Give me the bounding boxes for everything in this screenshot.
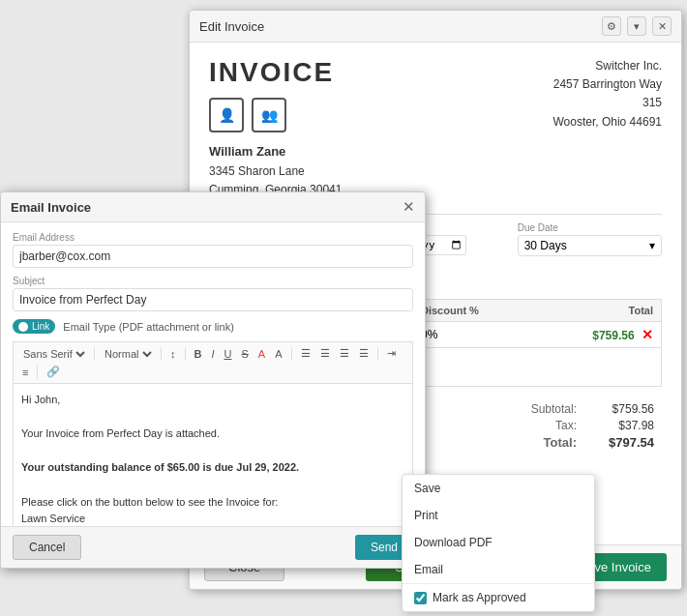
highlight-button[interactable]: A	[272, 347, 284, 361]
bold-button[interactable]: B	[192, 347, 205, 361]
toolbar-sep5	[377, 347, 378, 361]
subtotal-label: Subtotal:	[531, 402, 577, 416]
dropdown-icon[interactable]: ▾	[627, 16, 646, 36]
company-city: Wooster, Ohio 44691	[553, 113, 662, 132]
mark-approved-checkbox[interactable]	[414, 592, 427, 604]
invoice-icon-row: 👤 👥	[209, 98, 342, 132]
toolbar-sep1	[94, 347, 95, 361]
align-left-button[interactable]: ☰	[298, 346, 314, 361]
email-type-row: Link Email Type (PDF attachment or link)	[13, 319, 413, 334]
action-dropdown-menu: Save Print Download PDF Email Mark as Ap…	[402, 474, 595, 612]
company-address1: 2457 Barrington Way	[553, 75, 662, 94]
people-icon[interactable]: 👥	[252, 98, 286, 132]
subtotal-row: Subtotal: $759.56	[531, 402, 654, 416]
invoice-header: INVOICE 👤 👥 William Zane 3345 Sharon Lan…	[209, 57, 662, 199]
font-size-select[interactable]: Normal	[101, 347, 155, 361]
row-disc: 0%	[421, 328, 498, 341]
total-label: Total:	[544, 435, 577, 450]
edit-invoice-title: Edit Invoice	[199, 19, 264, 34]
indent-button[interactable]: ⇥	[384, 346, 399, 361]
list-button[interactable]: ≡	[19, 366, 31, 379]
due-date-select[interactable]: 30 Days ▾	[518, 235, 662, 256]
settings-icon[interactable]: ⚙	[602, 16, 621, 36]
tax-row: Tax: $37.98	[531, 419, 654, 432]
subject-label: Subject	[13, 276, 413, 286]
company-address2: 315	[553, 94, 662, 112]
email-titlebar: Email Invoice ✕	[1, 192, 425, 222]
header-discount: Discount %	[421, 305, 498, 316]
dropdown-mark-approved[interactable]: Mark as Approved	[403, 584, 594, 611]
delete-row-button[interactable]: ✕	[642, 327, 653, 342]
close-window-button[interactable]: ✕	[652, 16, 672, 36]
toggle-dot	[18, 322, 28, 332]
subtotal-value: $759.56	[596, 402, 654, 416]
row-total: $759.56 ✕	[498, 327, 653, 342]
link-button[interactable]: 🔗	[44, 365, 63, 379]
due-date-field: Due Date 30 Days ▾	[518, 222, 662, 256]
dropdown-email[interactable]: Email	[403, 556, 594, 583]
header-total: Total	[498, 305, 653, 316]
total-value: $797.54	[596, 435, 654, 450]
toolbar-sep4	[291, 347, 292, 361]
toolbar-sep3	[185, 347, 186, 361]
subject-input[interactable]	[13, 288, 413, 311]
due-date-value: 30 Days	[524, 239, 567, 252]
invoice-heading: INVOICE	[209, 57, 342, 88]
email-footer: Cancel Send	[1, 526, 425, 568]
tax-label: Tax:	[555, 419, 577, 432]
titlebar-controls: ⚙ ▾ ✕	[602, 16, 672, 36]
email-body: Email Address Subject Link Email Type (P…	[1, 222, 425, 530]
email-address-label: Email Address	[13, 232, 413, 243]
toggle-label: Link	[32, 321, 49, 332]
summary-area: Subtotal: $759.56 Tax: $37.98 Total: $79…	[523, 396, 662, 458]
align-right-button[interactable]: ☰	[337, 346, 352, 361]
edit-invoice-titlebar: Edit Invoice ⚙ ▾ ✕	[190, 11, 681, 43]
editor-toolbar: Sans Serif Normal ↕ B I U S A A ☰ ☰ ☰ ☰ …	[13, 341, 413, 383]
toolbar-icon-1: ↕	[167, 347, 179, 361]
toolbar-sep2	[161, 347, 162, 361]
cancel-button[interactable]: Cancel	[13, 535, 81, 560]
subject-field: Subject	[13, 276, 413, 311]
invoice-title-section: INVOICE 👤 👥 William Zane 3345 Sharon Lan…	[209, 57, 342, 199]
company-info: Switcher Inc. 2457 Barrington Way 315 Wo…	[553, 57, 662, 199]
email-type-label: Email Type (PDF attachment or link)	[63, 321, 233, 333]
editor-line4: Please click on the button below to see …	[21, 494, 404, 512]
person-icon[interactable]: 👤	[209, 98, 244, 132]
client-address1: 3345 Sharon Lane	[209, 162, 342, 181]
align-center-button[interactable]: ☰	[317, 346, 333, 361]
dropdown-save[interactable]: Save	[403, 475, 594, 502]
mark-approved-label: Mark as Approved	[433, 591, 526, 604]
total-row: Total: $797.54	[531, 435, 654, 450]
email-address-input[interactable]	[13, 245, 413, 268]
due-date-label: Due Date	[518, 222, 662, 233]
underline-button[interactable]: U	[222, 347, 235, 361]
email-invoice-window: Email Invoice ✕ Email Address Subject Li…	[0, 191, 426, 569]
editor-line2: Your Invoice from Perfect Day is attache…	[21, 425, 404, 443]
company-name: Switcher Inc.	[553, 57, 662, 75]
align-justify-button[interactable]: ☰	[356, 346, 372, 361]
editor-line3: Your outstanding balance of $65.00 is du…	[21, 459, 404, 477]
italic-button[interactable]: I	[208, 347, 217, 361]
chevron-down-icon: ▾	[649, 239, 655, 252]
email-address-field: Email Address	[13, 232, 413, 268]
editor-line1: Hi John,	[21, 392, 404, 409]
email-invoice-title: Email Invoice	[11, 200, 91, 215]
dropdown-download-pdf[interactable]: Download PDF	[403, 529, 594, 556]
font-color-button[interactable]: A	[255, 347, 268, 361]
toolbar-sep6	[37, 366, 38, 379]
email-close-button[interactable]: ✕	[403, 198, 415, 216]
link-toggle[interactable]: Link	[13, 319, 55, 334]
tax-value: $37.98	[596, 419, 654, 432]
email-editor[interactable]: Hi John, Your Invoice from Perfect Day i…	[13, 383, 413, 530]
font-family-select[interactable]: Sans Serif	[19, 347, 88, 361]
client-name: William Zane	[209, 142, 342, 162]
strikethrough-button[interactable]: S	[238, 347, 251, 361]
dropdown-print[interactable]: Print	[403, 502, 594, 529]
